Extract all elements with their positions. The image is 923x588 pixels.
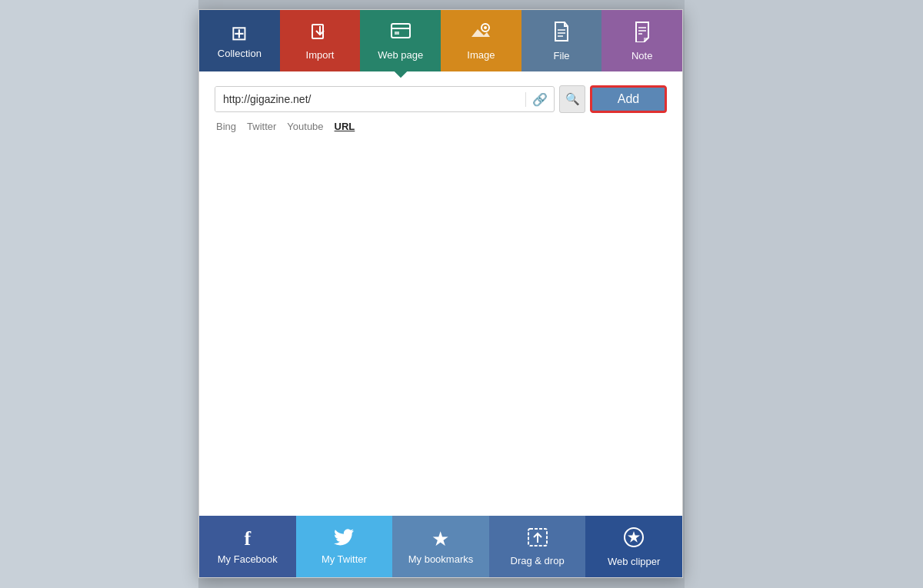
link-icon: 🔗 (525, 92, 554, 107)
tab-collection[interactable]: ⊞ Collection (199, 10, 280, 71)
tab-note-label: Note (631, 50, 652, 61)
tab-bar: ⊞ Collection Import Web page (199, 10, 682, 71)
bottom-bookmarks[interactable]: ★ My bookmarks (392, 516, 489, 577)
quick-link-url[interactable]: URL (335, 121, 355, 132)
bottom-dragdrop-label: Drag & drop (511, 555, 565, 566)
tab-webpage-label: Web page (378, 49, 423, 61)
tab-import[interactable]: Import (280, 10, 361, 71)
quick-link-youtube[interactable]: Youtube (287, 121, 323, 132)
bottom-bookmarks-label: My bookmarks (408, 553, 474, 565)
quick-link-bing[interactable]: Bing (216, 121, 236, 132)
webpage-icon (390, 22, 412, 45)
bottom-twitter[interactable]: My Twitter (296, 516, 393, 577)
bookmarks-icon: ★ (432, 529, 449, 549)
bottom-facebook-label: My Facebook (218, 553, 278, 565)
twitter-icon (334, 529, 354, 549)
quick-link-twitter[interactable]: Twitter (247, 121, 276, 132)
image-icon (470, 22, 491, 45)
svg-point-6 (484, 26, 487, 29)
search-icon-button[interactable]: 🔍 (559, 85, 585, 113)
tab-webpage[interactable]: Web page (360, 10, 441, 71)
bottom-webclipper[interactable]: Web clipper (585, 516, 682, 577)
svg-rect-4 (395, 32, 399, 35)
quick-links: Bing Twitter Youtube URL (215, 121, 667, 132)
bottom-twitter-label: My Twitter (322, 553, 367, 565)
url-input-row: 🔗 🔍 Add (215, 85, 667, 113)
tab-file[interactable]: File (521, 10, 602, 71)
collection-icon: ⊞ (231, 23, 248, 43)
url-input-wrapper: 🔗 (215, 86, 555, 112)
content-area (215, 141, 667, 516)
sidebar-background (0, 0, 198, 588)
url-input[interactable] (215, 87, 525, 111)
tab-file-label: File (554, 50, 570, 61)
bottom-facebook[interactable]: f My Facebook (199, 516, 296, 577)
search-icon: 🔍 (565, 92, 580, 106)
add-button[interactable]: Add (590, 85, 667, 113)
right-background (685, 0, 923, 588)
bottom-bar: f My Facebook My Twitter ★ My bookmarks (199, 516, 682, 577)
import-icon (310, 22, 330, 45)
tab-note[interactable]: Note (601, 10, 682, 71)
modal-body: 🔗 🔍 Add Bing Twitter Youtube URL (199, 71, 682, 516)
bottom-webclipper-label: Web clipper (608, 556, 660, 567)
svg-rect-2 (392, 24, 410, 38)
file-icon (552, 21, 571, 45)
dragdrop-icon (527, 527, 548, 550)
tab-import-label: Import (306, 49, 335, 61)
tab-image[interactable]: Image (441, 10, 521, 71)
tab-image-label: Image (467, 49, 495, 61)
tab-collection-label: Collection (218, 48, 262, 59)
bottom-dragdrop[interactable]: Drag & drop (489, 516, 586, 577)
note-icon (633, 21, 651, 45)
webclipper-icon (623, 527, 645, 551)
facebook-icon: f (244, 529, 251, 549)
add-content-modal: ⊞ Collection Import Web page (198, 9, 683, 578)
